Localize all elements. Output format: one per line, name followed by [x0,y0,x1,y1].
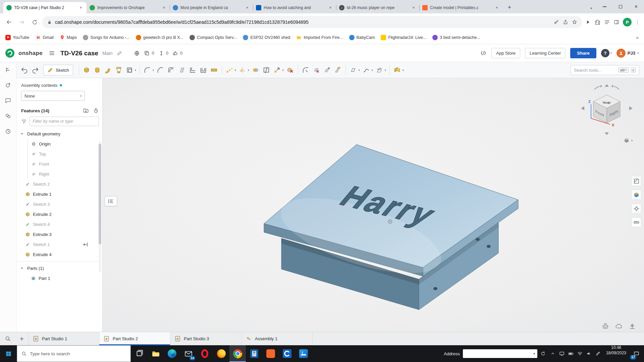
part-item[interactable]: Part 1 [21,273,99,283]
address-go-icon[interactable] [540,351,546,356]
scrollbar-thumb[interactable] [99,144,101,244]
url-field[interactable]: cad.onshape.com/documents/9805a7cafffdeb… [42,16,582,28]
face-blend-icon[interactable] [166,64,176,76]
model-canvas[interactable]: Harry [103,78,644,332]
cloud-status-icon[interactable] [615,322,623,330]
delete-part-icon[interactable] [285,64,296,76]
tab-close-icon[interactable]: × [328,5,333,10]
panel-scrollbar[interactable] [99,141,101,273]
tab-close-icon[interactable]: × [161,5,167,10]
likes-stat[interactable]: 0 [172,50,182,56]
address-combobox[interactable]: ▾ [463,349,537,358]
chrome-icon[interactable] [229,345,246,362]
tab-close-icon[interactable]: × [78,5,84,10]
taskbar-clock[interactable]: 10:46 18/09/2023 [604,345,629,362]
plane-icon[interactable] [348,64,359,76]
bookmarks-overflow-icon[interactable]: » [636,35,639,40]
rollback-bar-handle[interactable] [83,241,89,248]
appearance-icon[interactable] [631,190,641,200]
tab-close-icon[interactable]: × [494,5,499,10]
bookmark-item[interactable]: Compact Opto Serv... [190,35,237,40]
delete-face-icon[interactable] [311,64,322,76]
tab-assembly-1[interactable]: Assembly 1 [241,332,313,345]
bookmark-gmail[interactable]: Gmail [35,35,54,40]
insert-icon[interactable] [5,82,11,88]
bookmark-item[interactable]: Flightradar24: Live... [381,35,426,40]
bookmark-item[interactable]: 3 bed semi-detache... [432,35,480,40]
undo-icon[interactable] [19,64,30,76]
feature-item-sketch4[interactable]: Sketch 4 [21,219,99,229]
feature-filter-input[interactable] [30,117,99,126]
feature-item-extrude1[interactable]: Extrude 1 [21,189,99,199]
assembly-context-select[interactable]: None▾ [21,91,85,101]
measure-icon[interactable] [631,217,641,227]
chevron-down-icon[interactable]: ▾ [372,69,373,72]
app-store-button[interactable]: App Store [491,48,520,58]
chevron-down-icon[interactable]: ▾ [235,69,236,72]
add-tab-button[interactable]: + [15,332,28,345]
draft-icon[interactable] [177,64,187,76]
feature-item-default-geometry[interactable]: ▾ Default geometry [21,129,99,139]
link-icon[interactable] [116,50,122,56]
feature-item-sketch2[interactable]: Sketch 2 [21,179,99,189]
chrome-menu-icon[interactable]: ⋮ [635,19,640,25]
mail-icon[interactable]: 14 [180,345,197,362]
lock-icon[interactable] [47,20,52,25]
sketch-button[interactable]: Sketch [43,65,73,75]
bookmark-youtube[interactable]: YouTube [5,35,29,40]
share-button[interactable]: Share [570,48,596,58]
tab-part-studio-1[interactable]: Part Studio 1 [28,332,99,345]
tab-close-icon[interactable]: × [245,5,250,10]
chevron-down-icon[interactable]: ▾ [359,69,360,72]
feature-item-front-plane[interactable]: Front [31,159,99,169]
chamfer-icon[interactable] [155,64,166,76]
profile-avatar[interactable]: P [623,18,632,26]
fillet-icon[interactable] [142,64,153,76]
feature-item-sketch3[interactable]: Sketch 3 [21,199,99,209]
volume-icon[interactable] [586,351,592,356]
firefox-icon[interactable] [213,345,229,362]
stamp-icon[interactable] [602,322,609,330]
media-play-icon[interactable] [585,19,591,25]
projected-curve-icon[interactable] [374,64,385,76]
pen-icon[interactable] [595,351,601,356]
task-view-button[interactable] [131,345,147,362]
key-icon[interactable] [553,19,559,25]
split-icon[interactable] [261,64,272,76]
mirror-icon[interactable] [237,64,248,76]
copies-stat[interactable]: 0 [144,50,154,56]
tab-search-icon[interactable] [0,332,15,345]
composite-curve-icon[interactable] [361,64,372,76]
start-button[interactable] [0,345,17,362]
tab-part-studio-2[interactable]: Part Studio 2 [99,332,170,345]
chevron-down-icon[interactable]: ▾ [282,69,284,72]
chevron-down-icon[interactable]: ▾ [135,69,136,72]
tab-part-studio-3[interactable]: Part Studio 3 [170,332,241,345]
move-face-icon[interactable] [322,64,332,76]
feature-item-extrude2[interactable]: Extrude 2 [21,209,99,219]
workspace-name[interactable]: Main [102,51,112,56]
transform-icon[interactable] [272,64,282,76]
browser-tab-music[interactable]: ♪ td-26 music player on repe × [336,2,419,13]
feature-list-toggle[interactable] [105,196,117,206]
action-center-button[interactable]: 17 [629,345,644,362]
wifi-icon[interactable] [577,351,583,356]
file-explorer-icon[interactable] [147,345,164,362]
c-app-icon[interactable] [279,345,295,362]
user-menu[interactable]: PJ3 ▾ [616,49,639,58]
display-icon[interactable] [559,351,565,356]
calculator-icon[interactable] [246,345,262,362]
linear-pattern-icon[interactable] [224,64,235,76]
bookmark-item[interactable]: ESP32 OV2460 shed [243,35,290,40]
edge-icon[interactable] [164,345,180,362]
onshape-logo[interactable] [5,49,14,58]
maximize-button[interactable] [612,0,628,13]
chevron-down-icon[interactable]: ▾ [402,69,404,72]
thicken-icon[interactable] [124,64,135,76]
view-cube[interactable]: Top Front Right Z X [578,82,635,144]
redo-icon[interactable] [30,64,40,76]
scale-icon[interactable] [629,322,636,330]
chevron-down-icon[interactable]: ▾ [385,69,386,72]
side-panel-icon[interactable] [613,19,620,25]
feature-item-right-plane[interactable]: Right [31,169,99,179]
